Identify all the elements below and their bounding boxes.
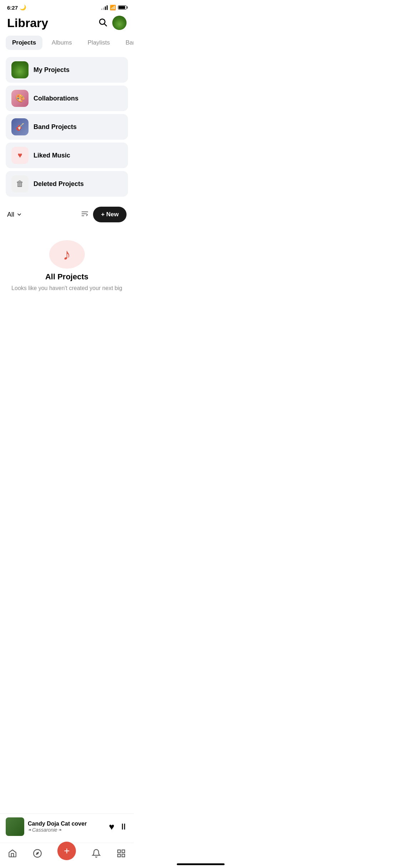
empty-state-subtitle: Looks like you haven't created your next… bbox=[11, 285, 122, 291]
empty-state-title: All Projects bbox=[45, 272, 88, 281]
new-button-label: + New bbox=[101, 211, 119, 218]
project-list: My Projects 🎨 Collaborations 🎸 Band Proj… bbox=[0, 57, 134, 197]
deleted-projects-icon: 🗑 bbox=[11, 175, 29, 192]
avatar[interactable] bbox=[112, 16, 127, 30]
list-item[interactable]: 🗑 Deleted Projects bbox=[6, 171, 128, 197]
signal-icon bbox=[101, 5, 108, 10]
my-projects-label: My Projects bbox=[34, 66, 70, 74]
empty-state: ♪ All Projects Looks like you haven't cr… bbox=[0, 229, 134, 295]
tab-projects[interactable]: Projects bbox=[6, 36, 42, 50]
list-item[interactable]: 🎸 Band Projects bbox=[6, 114, 128, 140]
toolbar-actions: + New bbox=[81, 207, 127, 222]
search-button[interactable] bbox=[98, 17, 107, 28]
filter-dropdown[interactable]: All bbox=[7, 211, 22, 218]
empty-state-icon: ♪ bbox=[49, 240, 85, 269]
status-indicators: 📶 bbox=[101, 5, 127, 10]
tab-bands[interactable]: Bands bbox=[119, 36, 134, 50]
liked-music-icon: ♥ bbox=[11, 147, 29, 164]
filter-toolbar: All + New bbox=[0, 204, 134, 229]
my-projects-icon bbox=[11, 61, 29, 78]
list-item[interactable]: My Projects bbox=[6, 57, 128, 83]
moon-icon: 🌙 bbox=[20, 4, 26, 11]
page-header: Library bbox=[0, 12, 134, 36]
svg-line-1 bbox=[104, 24, 107, 26]
page-title: Library bbox=[7, 16, 48, 30]
status-bar: 6:27 🌙 📶 bbox=[0, 0, 134, 12]
sort-button[interactable] bbox=[81, 210, 89, 219]
battery-icon bbox=[118, 5, 127, 10]
band-projects-icon: 🎸 bbox=[11, 118, 29, 135]
new-button[interactable]: + New bbox=[93, 207, 127, 222]
header-actions bbox=[98, 16, 127, 30]
status-time-area: 6:27 🌙 bbox=[7, 4, 26, 11]
tab-albums[interactable]: Albums bbox=[45, 36, 78, 50]
list-item[interactable]: 🎨 Collaborations bbox=[6, 86, 128, 111]
collaborations-icon: 🎨 bbox=[11, 90, 29, 107]
collaborations-label: Collaborations bbox=[34, 95, 78, 102]
tab-bar-nav: Projects Albums Playlists Bands Commu... bbox=[0, 36, 134, 50]
filter-label: All bbox=[7, 211, 14, 218]
deleted-projects-label: Deleted Projects bbox=[34, 180, 84, 188]
time-display: 6:27 bbox=[7, 5, 18, 11]
tab-playlists[interactable]: Playlists bbox=[81, 36, 116, 50]
list-item[interactable]: ♥ Liked Music bbox=[6, 143, 128, 168]
liked-music-label: Liked Music bbox=[34, 152, 70, 159]
wifi-icon: 📶 bbox=[110, 5, 116, 10]
band-projects-label: Band Projects bbox=[34, 123, 77, 131]
